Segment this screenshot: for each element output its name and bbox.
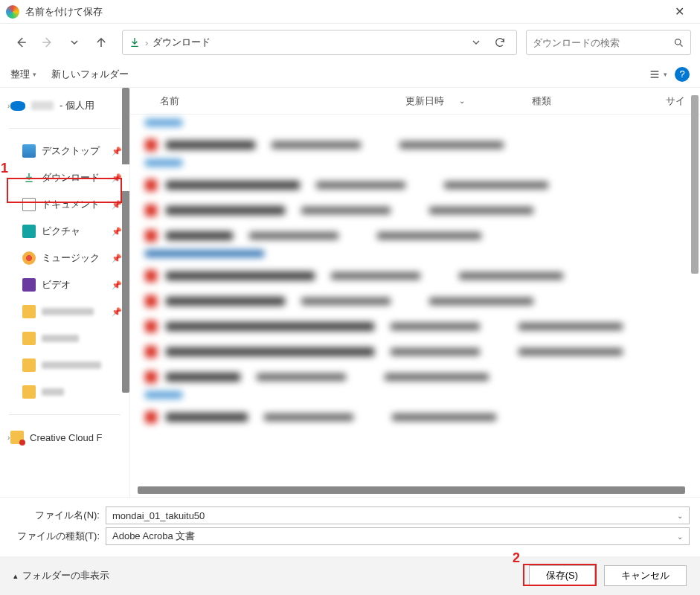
date-group-header <box>130 158 700 173</box>
sidebar-item-music[interactable]: ミュージック 📌 <box>0 245 129 271</box>
refresh-icon <box>494 36 506 48</box>
search-input[interactable] <box>533 37 673 48</box>
pictures-icon <box>22 225 36 238</box>
file-row[interactable] <box>130 289 700 314</box>
new-folder-button[interactable]: 新しいフォルダー <box>51 68 129 81</box>
download-icon <box>129 36 141 48</box>
toolbar: 整理 ▾ 新しいフォルダー ▾ ? <box>0 61 700 88</box>
folder-icon <box>22 332 36 345</box>
save-button[interactable]: 保存(S) <box>529 565 595 586</box>
sort-indicator-icon: ⌄ <box>459 97 465 105</box>
address-bar[interactable]: › ダウンロード <box>122 30 517 55</box>
blurred-label <box>42 335 79 342</box>
sidebar-label: Creative Cloud F <box>30 432 103 443</box>
breadcrumb-current[interactable]: ダウンロード <box>152 36 211 49</box>
sidebar-item-downloads[interactable]: ダウンロード 📌 <box>0 164 129 191</box>
filetype-value: Adobe Acroba 文書 <box>112 530 677 543</box>
sidebar-label: ダウンロード <box>42 171 100 184</box>
close-button[interactable]: ✕ <box>664 4 694 19</box>
onedrive-icon <box>10 101 25 111</box>
forward-button[interactable] <box>36 30 60 54</box>
sidebar-item-folder[interactable] <box>0 379 129 405</box>
file-row[interactable] <box>130 339 700 364</box>
blurred-label <box>42 388 64 396</box>
sidebar-label: ミュージック <box>42 251 100 265</box>
sidebar-item-desktop[interactable]: デスクトップ 📌 <box>0 138 129 164</box>
navigation-row: › ダウンロード <box>0 24 700 61</box>
filetype-label: ファイルの種類(T): <box>10 530 100 543</box>
date-group-header <box>130 390 700 405</box>
chevron-down-icon[interactable]: ⌄ <box>677 533 683 541</box>
sidebar-item-pictures[interactable]: ピクチャ 📌 <box>0 218 129 245</box>
creative-cloud-icon <box>10 431 24 444</box>
file-row[interactable] <box>130 263 700 289</box>
sidebar-item-onedrive[interactable]: › - 個人用 <box>0 92 129 119</box>
chevron-right-icon: › <box>7 102 10 110</box>
refresh-button[interactable] <box>489 33 510 51</box>
blurred-label <box>42 308 94 315</box>
view-button[interactable]: ▾ <box>649 68 667 80</box>
folder-icon <box>22 358 36 372</box>
file-list[interactable] <box>130 115 700 433</box>
column-header-type[interactable]: 種類 <box>532 94 651 108</box>
pin-icon: 📌 <box>112 173 122 183</box>
sidebar-item-folder[interactable] <box>0 352 129 379</box>
filetype-select[interactable]: Adobe Acroba 文書 ⌄ <box>106 527 690 545</box>
sidebar-item-folder[interactable]: 📌 <box>0 298 129 325</box>
music-icon <box>22 251 36 265</box>
address-dropdown-button[interactable] <box>467 35 485 50</box>
chevron-down-icon: ▾ <box>33 71 36 78</box>
chevron-down-icon <box>472 38 481 47</box>
sidebar-item-documents[interactable]: ドキュメント 📌 <box>0 191 129 218</box>
onedrive-suffix: - 個人用 <box>60 99 94 112</box>
sidebar-label: ドキュメント <box>42 198 100 211</box>
horizontal-scrollbar[interactable] <box>138 486 685 494</box>
sidebar-divider <box>9 414 121 415</box>
document-icon <box>22 198 36 211</box>
pin-icon: 📌 <box>112 227 122 237</box>
column-header-row: 名前 更新日時 ⌄ 種類 サイ <box>130 88 700 115</box>
pin-icon: 📌 <box>112 254 122 263</box>
column-header-size[interactable]: サイ <box>651 94 685 108</box>
filename-value: mondai_01_takuitu50 <box>112 510 677 521</box>
blurred-account-name <box>31 101 54 110</box>
sidebar-label: デスクトップ <box>42 144 100 158</box>
back-button[interactable] <box>9 30 33 54</box>
pin-icon: 📌 <box>112 280 122 290</box>
title-bar: 名前を付けて保存 ✕ <box>0 0 700 24</box>
column-header-date[interactable]: 更新日時 ⌄ <box>405 94 532 108</box>
chevron-right-icon: › <box>7 434 10 442</box>
recent-button[interactable] <box>62 30 86 54</box>
column-header-name[interactable]: 名前 <box>145 94 405 108</box>
file-row[interactable] <box>130 198 700 223</box>
download-icon <box>22 171 36 184</box>
file-row[interactable] <box>130 364 700 390</box>
file-row[interactable] <box>130 173 700 198</box>
chevron-down-icon[interactable]: ⌄ <box>677 512 683 520</box>
chrome-icon <box>6 5 19 19</box>
vertical-scrollbar[interactable] <box>691 95 699 274</box>
save-form: ファイル名(N): mondai_01_takuitu50 ⌄ ファイルの種類(… <box>0 497 700 550</box>
organize-label: 整理 <box>10 68 30 81</box>
file-row[interactable] <box>130 132 700 158</box>
help-button[interactable]: ? <box>675 67 690 82</box>
file-row[interactable] <box>130 405 700 430</box>
sidebar-item-creative-cloud[interactable]: › Creative Cloud F <box>0 424 129 451</box>
arrow-right-icon <box>41 36 54 49</box>
folder-icon <box>22 385 36 399</box>
sidebar-item-videos[interactable]: ビデオ 📌 <box>0 271 129 298</box>
search-box[interactable] <box>526 30 691 55</box>
cancel-button[interactable]: キャンセル <box>604 565 687 586</box>
hide-folders-toggle[interactable]: ▴ フォルダーの非表示 <box>13 569 109 582</box>
list-view-icon <box>649 68 661 80</box>
file-list-area: 名前 更新日時 ⌄ 種類 サイ <box>130 88 700 497</box>
up-button[interactable] <box>89 30 113 54</box>
sidebar-item-folder[interactable] <box>0 325 129 352</box>
file-row[interactable] <box>130 223 700 248</box>
organize-button[interactable]: 整理 ▾ <box>10 68 36 81</box>
date-group-header <box>130 118 700 132</box>
search-icon <box>673 37 684 48</box>
filename-input[interactable]: mondai_01_takuitu50 ⌄ <box>106 506 690 524</box>
file-row[interactable] <box>130 314 700 339</box>
chevron-up-icon: ▴ <box>13 571 18 581</box>
